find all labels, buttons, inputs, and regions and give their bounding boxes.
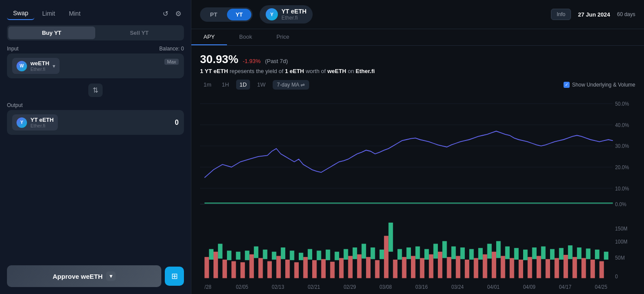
svg-rect-48 [581,258,586,278]
approve-button[interactable]: Approve weETH ▾ [7,265,161,287]
info-button[interactable]: Info [551,9,571,20]
svg-rect-62 [308,249,312,260]
buy-yt-button[interactable]: Buy YT [8,27,95,39]
svg-rect-83 [496,241,501,258]
svg-rect-60 [290,251,294,260]
svg-rect-84 [505,247,510,259]
svg-rect-74 [415,247,420,259]
svg-rect-95 [604,252,608,260]
svg-rect-90 [559,248,564,260]
svg-text:03/24: 03/24 [451,284,464,290]
input-token-sub: Ether.fi [30,67,49,72]
asset-badge[interactable]: Y YT eETH Ether.fi [260,5,313,23]
tab-book[interactable]: Book [227,29,264,45]
svg-text:30.0%: 30.0% [615,143,629,150]
svg-rect-40 [510,258,514,278]
svg-rect-23 [357,254,361,278]
svg-rect-12 [258,258,263,278]
tab-apy[interactable]: APY [191,29,227,45]
svg-rect-67 [353,247,357,259]
svg-rect-43 [537,256,541,278]
chart-canvas: 50.0% 40.0% 30.0% 20.0% 10.0% 0.0% 150M … [200,93,635,294]
svg-rect-41 [519,260,523,278]
ma-badge-button[interactable]: 7-day MA ⇌ [273,80,309,90]
input-token-selector[interactable]: W weETH Ether.fi ▾ [12,58,60,74]
time-1m-button[interactable]: 1m [200,80,215,90]
tab-limit[interactable]: Limit [36,7,61,20]
svg-rect-45 [554,258,559,278]
output-token-name: YT eETH [30,117,53,123]
svg-rect-94 [595,250,599,259]
svg-text:04/25: 04/25 [595,284,607,290]
sell-yt-button[interactable]: Sell YT [96,27,183,39]
input-token-info: weETH Ether.fi [30,60,49,72]
svg-rect-72 [397,249,402,260]
expiry-date: 27 Jun 2024 [578,11,610,18]
svg-rect-54 [236,252,240,260]
buy-sell-toggle: Buy YT Sell YT [7,25,184,40]
settings-button[interactable]: ⚙ [173,8,184,20]
show-underlying-checkbox[interactable]: ✓ [564,82,570,88]
svg-rect-13 [267,261,272,278]
input-token-name: weETH [30,60,49,67]
balance-display: Balance: 0 [159,46,184,52]
svg-rect-77 [442,241,447,258]
yt-toggle-button[interactable]: YT [227,9,252,20]
pt-toggle-button[interactable]: PT [201,9,226,20]
show-underlying-toggle[interactable]: ✓ Show Underlying & Volume [564,82,635,88]
svg-rect-71 [388,223,393,252]
svg-rect-61 [299,253,303,260]
swap-direction-button[interactable]: ⇅ [88,84,103,97]
output-token-info: YT eETH Ether.fi [30,117,53,128]
svg-rect-8 [223,260,227,278]
svg-rect-52 [218,244,222,259]
svg-text:/28: /28 [204,284,211,290]
asset-sub: Ether.fi [281,15,307,21]
svg-rect-28 [402,257,406,278]
svg-rect-25 [375,260,379,278]
svg-rect-38 [492,252,496,278]
weeth-icon: W [17,61,27,71]
max-badge[interactable]: Max [164,59,179,65]
svg-rect-76 [434,244,438,259]
svg-rect-58 [272,252,276,260]
tab-mint[interactable]: Mint [63,7,87,20]
right-panel: PT YT Y YT eETH Ether.fi Info 27 Jun 202… [191,0,644,294]
svg-rect-24 [366,257,370,278]
calculator-button[interactable]: ⊞ [165,267,184,286]
svg-rect-53 [227,251,231,260]
svg-rect-9 [231,261,236,278]
approve-row: Approve weETH ▾ ⊞ [7,265,184,287]
svg-rect-88 [541,247,545,259]
svg-text:150M: 150M [615,225,627,232]
svg-rect-70 [380,250,384,259]
time-1w-button[interactable]: 1W [254,80,269,90]
tab-price[interactable]: Price [264,29,302,45]
svg-rect-66 [344,249,348,260]
show-underlying-label: Show Underlying & Volume [572,82,635,88]
svg-text:04/09: 04/09 [523,284,535,290]
svg-rect-92 [577,247,581,259]
time-1d-button[interactable]: 1D [236,80,250,90]
chevron-down-icon: ▾ [53,63,55,69]
tab-bar: Swap Limit Mint ↺ ⚙ [7,7,184,20]
refresh-button[interactable]: ↺ [160,8,171,20]
svg-rect-37 [483,254,487,278]
asset-name: YT eETH [281,8,307,15]
input-section: Input Balance: 0 W weETH Ether.fi ▾ Max [7,46,184,78]
output-amount-field[interactable]: 0 [127,119,179,127]
svg-rect-21 [339,258,344,278]
svg-rect-78 [451,247,456,259]
svg-rect-85 [514,248,518,260]
svg-rect-63 [317,251,321,260]
svg-rect-51 [209,249,214,260]
svg-rect-22 [348,256,353,278]
svg-text:02/21: 02/21 [308,284,320,290]
svg-rect-82 [487,244,491,259]
svg-rect-15 [285,260,290,278]
tab-swap[interactable]: Swap [7,7,34,20]
input-amount-field[interactable] [127,66,179,74]
time-1h-button[interactable]: 1H [218,80,233,90]
svg-rect-47 [573,257,577,278]
output-token-selector[interactable]: Y YT eETH Ether.fi [12,114,58,130]
